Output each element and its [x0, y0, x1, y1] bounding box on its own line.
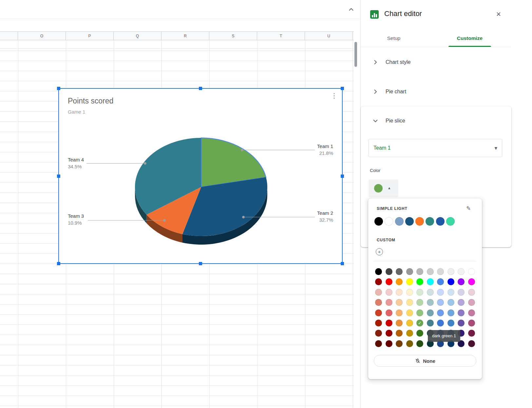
palette-color[interactable] [416, 289, 423, 296]
palette-color[interactable] [447, 289, 454, 296]
palette-color[interactable] [406, 268, 413, 275]
palette-color[interactable] [437, 278, 444, 285]
palette-color[interactable] [416, 330, 423, 337]
palette-color[interactable] [447, 268, 454, 275]
palette-color[interactable] [458, 268, 465, 275]
palette-color[interactable] [386, 289, 392, 296]
theme-color-4[interactable] [415, 217, 424, 226]
palette-color[interactable] [468, 320, 475, 326]
palette-color[interactable] [468, 299, 475, 306]
palette-color[interactable] [468, 268, 475, 275]
chart-object[interactable]: Points scored Game 1 ⋮ Team 1 21.8% Team… [58, 88, 343, 264]
palette-color[interactable] [427, 309, 434, 316]
theme-color-1[interactable] [385, 217, 393, 226]
palette-color[interactable] [406, 289, 413, 296]
palette-color[interactable] [386, 330, 392, 337]
resize-handle-w[interactable] [57, 175, 60, 178]
theme-color-2[interactable] [395, 217, 404, 226]
column-header-r[interactable]: R [162, 32, 209, 40]
palette-color[interactable] [375, 278, 382, 285]
palette-color[interactable] [416, 278, 423, 285]
theme-color-6[interactable] [436, 217, 445, 226]
resize-handle-nw[interactable] [57, 87, 60, 90]
palette-color[interactable] [396, 289, 403, 296]
palette-color[interactable] [416, 268, 423, 275]
palette-color[interactable] [458, 289, 465, 296]
palette-color[interactable] [458, 299, 465, 306]
palette-color[interactable] [437, 289, 444, 296]
palette-color[interactable] [427, 320, 434, 326]
palette-color[interactable] [406, 320, 413, 326]
palette-color[interactable] [375, 320, 382, 326]
palette-color[interactable] [396, 309, 403, 316]
palette-color[interactable] [386, 299, 392, 306]
palette-color[interactable] [375, 268, 382, 275]
palette-color[interactable] [386, 309, 392, 316]
section-chart-style[interactable]: Chart style [361, 54, 511, 70]
palette-color[interactable] [458, 278, 465, 285]
vertical-scrollbar-thumb[interactable] [354, 42, 357, 67]
palette-color[interactable] [375, 299, 382, 306]
palette-color[interactable] [458, 320, 465, 326]
palette-color[interactable] [375, 330, 382, 337]
resize-handle-e[interactable] [341, 175, 344, 178]
palette-color[interactable] [447, 320, 454, 326]
palette-color[interactable] [396, 268, 403, 275]
palette-color[interactable] [396, 320, 403, 326]
theme-color-7[interactable] [446, 217, 455, 226]
palette-color[interactable] [427, 278, 434, 285]
palette-color[interactable] [406, 340, 413, 347]
chart-menu-button[interactable]: ⋮ [331, 92, 337, 99]
theme-color-5[interactable] [426, 217, 434, 226]
palette-color[interactable] [396, 340, 403, 347]
palette-color[interactable] [447, 299, 454, 306]
slice-select-dropdown[interactable]: Team 1 ▾ [369, 139, 502, 157]
palette-color[interactable] [437, 299, 444, 306]
palette-color[interactable] [427, 299, 434, 306]
column-header-partial[interactable] [0, 32, 18, 40]
palette-color[interactable] [386, 340, 392, 347]
palette-color[interactable] [468, 330, 475, 337]
palette-color[interactable]: ✓ [416, 320, 423, 326]
palette-color[interactable] [406, 299, 413, 306]
palette-color[interactable] [375, 309, 382, 316]
tab-setup[interactable]: Setup [372, 29, 415, 47]
palette-color[interactable] [447, 278, 454, 285]
palette-color[interactable] [406, 309, 413, 316]
column-header-o[interactable]: O [18, 32, 66, 40]
resize-handle-s[interactable] [199, 262, 202, 265]
palette-color[interactable] [427, 289, 434, 296]
column-header-p[interactable]: P [66, 32, 114, 40]
palette-color[interactable] [416, 309, 423, 316]
color-picker-button[interactable]: ▴ [369, 179, 398, 197]
edit-theme-colors-button[interactable]: ✎ [464, 204, 473, 213]
collapse-toolbar-button[interactable] [347, 6, 356, 15]
resize-handle-n[interactable] [199, 87, 202, 90]
column-header-u[interactable]: U [305, 32, 353, 40]
palette-color[interactable] [447, 309, 454, 316]
column-header-t[interactable]: T [257, 32, 305, 40]
palette-color[interactable] [468, 289, 475, 296]
tab-customize[interactable]: Customize [448, 29, 491, 47]
palette-color[interactable] [468, 278, 475, 285]
palette-color[interactable] [396, 278, 403, 285]
resize-handle-ne[interactable] [341, 87, 344, 90]
column-header-s[interactable]: S [209, 32, 257, 40]
palette-color[interactable] [375, 289, 382, 296]
palette-color[interactable] [406, 330, 413, 337]
palette-color[interactable] [437, 320, 444, 326]
close-panel-button[interactable]: ✕ [494, 9, 504, 19]
palette-color[interactable] [437, 309, 444, 316]
palette-color[interactable] [437, 268, 444, 275]
palette-color[interactable] [458, 309, 465, 316]
theme-color-0[interactable] [374, 217, 383, 226]
section-pie-chart[interactable]: Pie chart [361, 84, 511, 100]
palette-color[interactable] [396, 330, 403, 337]
theme-color-3[interactable] [405, 217, 414, 226]
column-header-q[interactable]: Q [114, 32, 162, 40]
palette-color[interactable] [416, 340, 423, 347]
palette-color[interactable] [416, 299, 423, 306]
palette-color[interactable] [468, 340, 475, 347]
palette-color[interactable] [386, 278, 392, 285]
palette-color[interactable] [375, 340, 382, 347]
